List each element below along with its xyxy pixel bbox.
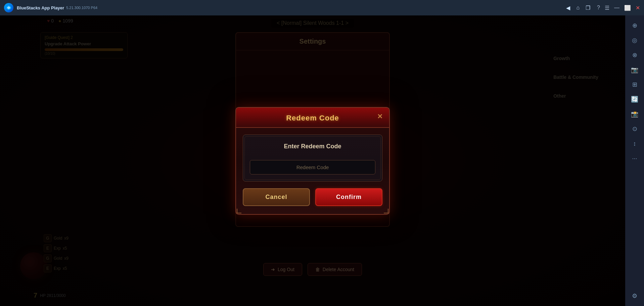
sidebar-icon-4[interactable]: 📷: [628, 63, 641, 76]
modal-body: Enter Redeem Code Cancel Confirm: [236, 128, 389, 214]
modal-buttons: Cancel Confirm: [243, 188, 382, 207]
hamburger-icon[interactable]: ☰: [605, 5, 609, 11]
sidebar-icon-9[interactable]: ↕: [628, 137, 641, 150]
titlebar-controls: ? ☰ — ⬜ ✕: [597, 5, 640, 11]
help-icon[interactable]: ?: [597, 5, 600, 11]
corner-bl: [237, 209, 241, 213]
sidebar-icon-5[interactable]: ⊞: [628, 78, 641, 91]
modal-header: Redeem Code ✕: [236, 108, 389, 128]
minimize-button[interactable]: —: [614, 5, 619, 11]
sidebar-icon-7[interactable]: 📸: [628, 107, 641, 121]
app-version: 5.21.300.1070 P64: [66, 6, 97, 10]
input-container: Enter Redeem Code: [243, 135, 382, 182]
app-name: BlueStacks App Player: [17, 5, 64, 10]
sidebar-icon-8[interactable]: ⊙: [628, 122, 641, 136]
modal-title: Redeem Code: [286, 114, 339, 122]
input-label: Enter Redeem Code: [250, 143, 375, 150]
sidebar-icon-10[interactable]: ···: [628, 152, 641, 165]
sidebar-icon-3[interactable]: ⊗: [628, 48, 641, 62]
cancel-button[interactable]: Cancel: [243, 188, 310, 206]
titlebar: BlueStacks App Player 5.21.300.1070 P64 …: [0, 0, 644, 15]
sidebar-icon-6[interactable]: 🔄: [628, 93, 641, 106]
redeem-code-modal: Redeem Code ✕ Enter Redeem Code Cancel C…: [235, 107, 390, 215]
game-background: < [Normal] Silent Woods 1-1 > ♥ 0 ● 1099…: [0, 15, 625, 306]
sidebar-icon-1[interactable]: ⊕: [628, 19, 641, 32]
confirm-button[interactable]: Confirm: [315, 188, 382, 206]
right-sidebar: ⊕ ◎ ⊗ 📷 ⊞ 🔄 📸 ⊙ ↕ ··· ⚙: [625, 15, 644, 306]
corner-br: [384, 209, 388, 213]
redeem-code-input[interactable]: [250, 160, 375, 174]
modal-overlay: Redeem Code ✕ Enter Redeem Code Cancel C…: [0, 15, 625, 306]
home-icon[interactable]: ⌂: [576, 5, 580, 11]
sidebar-icon-2[interactable]: ◎: [628, 34, 641, 47]
back-icon[interactable]: ◀: [566, 5, 570, 11]
close-button[interactable]: ✕: [636, 5, 640, 11]
bluestacks-logo: [4, 3, 13, 12]
modal-close-button[interactable]: ✕: [375, 112, 384, 121]
sidebar-settings-icon[interactable]: ⚙: [628, 289, 641, 303]
titlebar-nav: ◀ ⌂ ❐: [566, 5, 590, 11]
maximize-button[interactable]: ⬜: [624, 5, 631, 11]
copy-icon[interactable]: ❐: [586, 5, 590, 11]
